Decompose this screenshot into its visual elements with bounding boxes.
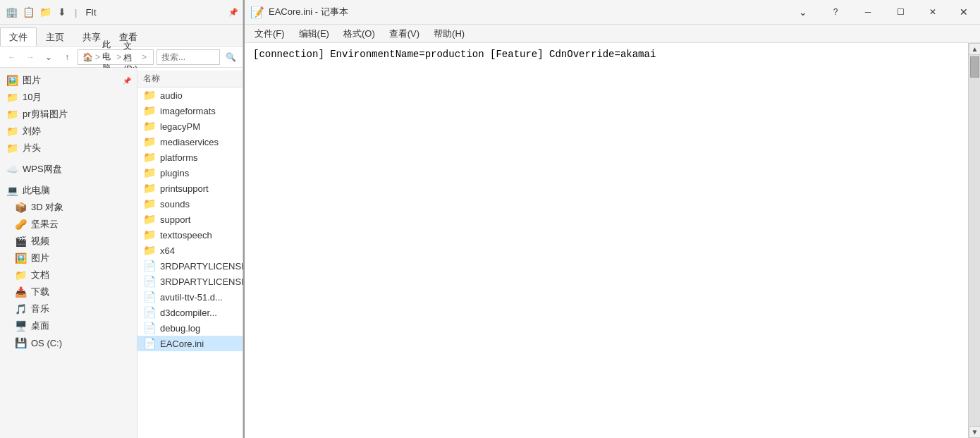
sidebar-item-pr[interactable]: 📁 pr剪辑图片: [0, 106, 137, 123]
pin-right-icon: 📌: [123, 77, 131, 85]
file-name: 3RDPARTYLICENSES: [160, 261, 243, 272]
scroll-thumb[interactable]: [970, 56, 979, 78]
list-item[interactable]: 📁 platforms: [137, 150, 243, 165]
folder-icon: 📁: [143, 104, 156, 117]
breadcrumb[interactable]: 🏠 > 此电脑 > 文档 (D:) >: [78, 49, 154, 65]
list-item[interactable]: 📄 avutil-ttv-51.d...: [137, 289, 243, 305]
up-button[interactable]: ↑: [59, 49, 75, 65]
sidebar-item-drive-c[interactable]: 💾 OS (C:): [0, 334, 137, 351]
list-item[interactable]: 📁 x64: [137, 243, 243, 258]
list-item-selected[interactable]: 📄 EACore.ini: [137, 336, 243, 351]
notepad-menubar: 文件(F) 编辑(E) 格式(O) 查看(V) 帮助(H): [245, 25, 980, 43]
file-name: platforms: [160, 152, 197, 163]
sidebar-item-downloads[interactable]: 📥 下载: [0, 284, 137, 300]
sidebar-item-pictures1[interactable]: 🖼️ 图片 📌: [0, 72, 137, 89]
second-close-button[interactable]: ✕: [953, 6, 974, 18]
menu-view[interactable]: 查看(V): [382, 26, 427, 42]
column-header: 名称: [137, 71, 243, 87]
sidebar-item-wps[interactable]: ☁️ WPS网盘: [0, 161, 137, 178]
file-name: texttospeech: [160, 230, 212, 241]
notepad-text: [connection] EnvironmentName=production …: [253, 49, 656, 60]
maximize-button[interactable]: ☐: [884, 1, 917, 23]
sidebar-item-videos[interactable]: 🎬 视频: [0, 233, 137, 250]
sidebar-label: 刘婷: [23, 125, 41, 138]
menu-format[interactable]: 格式(O): [336, 26, 382, 42]
explorer-panel: 🏢 📋 📁 ⬇ | FIt 📌 文件 主页 共享 查看 ← → ⌄ ↑ 🏠 > …: [0, 0, 243, 438]
pin-icon[interactable]: 📌: [228, 8, 238, 17]
notepad-scrollbar[interactable]: ▲ ▼: [968, 43, 980, 438]
back-button[interactable]: ←: [4, 49, 20, 65]
list-item[interactable]: 📁 legacyPM: [137, 118, 243, 134]
scroll-up-arrow[interactable]: ▲: [969, 43, 980, 55]
breadcrumb-sep2: >: [116, 52, 121, 62]
help-icon[interactable]: ?: [819, 1, 852, 23]
sidebar-item-desktop[interactable]: 🖥️ 桌面: [0, 317, 137, 334]
scroll-down-arrow[interactable]: ▼: [969, 426, 980, 438]
file-name: plugins: [160, 168, 189, 178]
file-name: d3dcompiler...: [160, 308, 217, 318]
tab-file[interactable]: 文件: [0, 28, 37, 46]
search-icon[interactable]: 🔍: [223, 49, 238, 65]
sidebar-item-pictures2[interactable]: 🖼️ 图片: [0, 250, 137, 267]
column-name-label: 名称: [143, 73, 160, 85]
list-item[interactable]: 📄 debug.log: [137, 320, 243, 336]
sidebar-label: 此电脑: [23, 184, 50, 197]
music-icon: 🎵: [14, 303, 27, 315]
sidebar-item-pc[interactable]: 💻 此电脑: [0, 182, 137, 199]
list-item[interactable]: 📁 sounds: [137, 196, 243, 212]
list-item[interactable]: 📁 plugins: [137, 165, 243, 181]
nutstore-icon: 🥜: [14, 218, 27, 231]
list-item[interactable]: 📄 3RDPARTYLICENSES: [137, 258, 243, 274]
sidebar-label: WPS网盘: [23, 163, 62, 176]
file-name: audio: [160, 90, 183, 101]
down-button[interactable]: ⌄: [41, 49, 56, 65]
file-icon: 📄: [143, 275, 156, 288]
chevron-down-icon[interactable]: ⌄: [787, 1, 819, 23]
sidebar-label: 文档: [31, 269, 49, 281]
folder-icon: 📁: [6, 142, 18, 154]
menu-edit[interactable]: 编辑(E): [292, 26, 336, 42]
search-input[interactable]: [157, 49, 220, 65]
tab-home[interactable]: 主页: [37, 28, 73, 46]
file-name: avutil-ttv-51.d...: [160, 292, 223, 303]
list-item[interactable]: 📄 d3dcompiler...: [137, 305, 243, 320]
folder-icon: 📁: [143, 135, 156, 148]
explorer-app-icon: 🏢: [4, 5, 18, 19]
folder-icon-tb[interactable]: 📁: [38, 5, 52, 19]
file-name: 3RDPARTYLICENSES: [160, 276, 243, 287]
save-icon-tb[interactable]: ⬇: [55, 5, 69, 19]
list-item[interactable]: 📁 audio: [137, 87, 243, 103]
folder-icon: 🎬: [14, 235, 27, 248]
sidebar-item-docs[interactable]: 📁 文档: [0, 267, 137, 284]
file-name: imageformats: [160, 106, 216, 116]
sidebar-item-october[interactable]: 📁 10月: [0, 89, 137, 106]
breadcrumb-home[interactable]: 🏠: [82, 52, 93, 62]
sidebar-label: 坚果云: [31, 218, 59, 231]
notepad-content[interactable]: [connection] EnvironmentName=production …: [245, 43, 968, 438]
list-item[interactable]: 📁 imageformats: [137, 103, 243, 118]
desktop-icon: 🖥️: [14, 320, 27, 332]
sidebar-item-3d[interactable]: 📦 3D 对象: [0, 199, 137, 216]
forward-button[interactable]: →: [23, 49, 38, 65]
folder-icon: 📁: [143, 89, 156, 102]
menu-help[interactable]: 帮助(H): [427, 26, 472, 42]
minimize-button[interactable]: ─: [852, 1, 884, 23]
sidebar-item-music[interactable]: 🎵 音乐: [0, 300, 137, 317]
list-item[interactable]: 📁 support: [137, 212, 243, 227]
list-item[interactable]: 📁 texttospeech: [137, 227, 243, 243]
list-item[interactable]: 📄 3RDPARTYLICENSES: [137, 274, 243, 289]
sidebar-item-nutstore[interactable]: 🥜 坚果云: [0, 216, 137, 233]
notepad-body: [connection] EnvironmentName=production …: [245, 43, 980, 438]
list-item[interactable]: 📁 printsupport: [137, 181, 243, 196]
sidebar-item-liuting[interactable]: 📁 刘婷: [0, 123, 137, 140]
scroll-track[interactable]: [969, 55, 980, 426]
quick-access-icon[interactable]: 📋: [21, 5, 35, 19]
menu-file[interactable]: 文件(F): [247, 26, 292, 42]
sidebar-item-piantou[interactable]: 📁 片头: [0, 140, 137, 157]
folder-icon: 📁: [6, 91, 18, 104]
close-button[interactable]: ✕: [917, 1, 949, 23]
folder-icon: 📁: [143, 229, 156, 241]
list-item[interactable]: 📁 mediaservices: [137, 134, 243, 150]
explorer-titlebar: 🏢 📋 📁 ⬇ | FIt 📌: [0, 0, 243, 25]
sidebar-label: OS (C:): [31, 338, 62, 348]
